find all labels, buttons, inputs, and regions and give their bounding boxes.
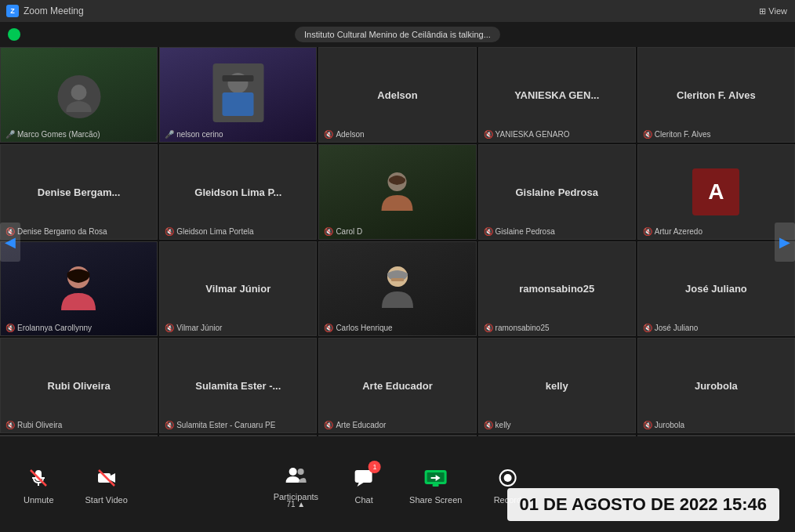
participant-cell-cleriton: Cleriton F. Alves 🔇 Cleriton F. Alves bbox=[637, 47, 795, 143]
share-screen-button[interactable]: Share Screen bbox=[401, 459, 470, 509]
participant-label-kelly: 🔇 kelly bbox=[484, 421, 511, 429]
view-button[interactable]: ⊞ View bbox=[759, 6, 787, 16]
unmute-button[interactable]: Unmute bbox=[16, 459, 62, 509]
participant-cell-jurobola: Jurobola 🔇 Jurobola bbox=[637, 338, 795, 433]
participant-name-gislaine: Gislaine Pedrosa bbox=[512, 183, 601, 201]
participant-cell-gleidson: Gleidson Lima P... 🔇 Gleidson Lima Porte… bbox=[159, 144, 317, 240]
svg-point-16 bbox=[297, 469, 303, 475]
share-screen-icon bbox=[422, 464, 450, 492]
participant-label-yanieska: 🔇 YANIESKA GENARO bbox=[484, 130, 570, 139]
artur-avatar: A bbox=[692, 168, 739, 215]
participant-label-carol: 🔇 Carol D bbox=[324, 227, 362, 236]
participant-name-arte: Arte Educador bbox=[359, 377, 436, 395]
next-page-button[interactable]: ▶ bbox=[775, 223, 795, 262]
svg-point-22 bbox=[503, 474, 511, 482]
participant-label-gleidson: 🔇 Gleidson Lima Portela bbox=[165, 227, 253, 236]
participant-label-cleriton: 🔇 Cleriton F. Alves bbox=[643, 130, 711, 139]
participant-name-gleidson: Gleidson Lima P... bbox=[191, 183, 285, 201]
video-off-icon bbox=[93, 464, 121, 492]
participant-cell-nelson: 🎤 nelson cerino bbox=[159, 47, 317, 143]
participant-name-jose: José Juliano bbox=[682, 280, 750, 298]
participant-cell-sulamita: Sulamita Ester -... 🔇 Sulamita Ester - C… bbox=[159, 338, 317, 433]
top-bar: Instituto Cultural Menino de Ceilândia i… bbox=[0, 22, 795, 47]
chat-badge: 1 bbox=[368, 461, 381, 473]
svg-rect-20 bbox=[433, 484, 439, 487]
participant-cell-yanieska: YANIESKA GEN... 🔇 YANIESKA GENARO bbox=[478, 47, 636, 143]
participant-name-vilmar: Vilmar Júnior bbox=[202, 280, 274, 298]
mic-off-icon bbox=[24, 464, 53, 492]
svg-rect-4 bbox=[223, 75, 254, 81]
video-grid: ◀ 2/3 ▶ 2/3 🎤 Marco Gomes (Marcão) 🎤 nel… bbox=[0, 47, 795, 436]
participant-cell-erolannya: 🔇 Erolannya Carollynny bbox=[0, 241, 158, 337]
start-video-button[interactable]: Start Video bbox=[78, 459, 136, 509]
participant-label-gislaine: 🔇 Gislaine Pedrosa bbox=[484, 227, 555, 236]
zoom-icon: Z bbox=[6, 5, 19, 17]
participant-cell-adelson: Adelson 🔇 Adelson bbox=[318, 47, 476, 143]
participant-name-yanieska: YANIESKA GEN... bbox=[511, 85, 602, 103]
participant-name-adelson: Adelson bbox=[374, 85, 420, 103]
svg-rect-3 bbox=[223, 92, 254, 116]
app-title: Zoom Meeting bbox=[24, 5, 84, 16]
participant-name-denise: Denise Bergam... bbox=[34, 183, 124, 201]
participant-label-erolannya: 🔇 Erolannya Carollynny bbox=[5, 324, 92, 332]
start-video-label: Start Video bbox=[85, 495, 128, 505]
svg-point-15 bbox=[289, 468, 296, 476]
participant-cell-arte: Arte Educador 🔇 Arte Educador bbox=[318, 338, 476, 433]
participant-label-rubi: 🔇 Rubi Oliveira bbox=[5, 421, 62, 429]
participant-cell-vilmar: Vilmar Júnior 🔇 Vilmar Júnior bbox=[159, 241, 317, 337]
prev-page-button[interactable]: ◀ bbox=[0, 223, 20, 262]
unmute-label: Unmute bbox=[24, 495, 54, 505]
participant-label-denise: 🔇 Denise Bergamo da Rosa bbox=[5, 227, 107, 236]
participant-cell-gislaine: Gislaine Pedrosa 🔇 Gislaine Pedrosa bbox=[478, 144, 636, 240]
participant-label-artur: 🔇 Artur Azeredo bbox=[643, 227, 702, 236]
svg-point-0 bbox=[71, 85, 87, 100]
participant-name-jurobola: Jurobola bbox=[692, 377, 741, 395]
participant-cell-carol: 🔇 Carol D bbox=[318, 144, 476, 240]
participant-label-jose: 🔇 José Juliano bbox=[643, 324, 699, 332]
participant-label-adelson: 🔇 Adelson bbox=[324, 130, 364, 139]
participant-cell-denise: Denise Bergam... 🔇 Denise Bergamo da Ros… bbox=[0, 144, 158, 240]
svg-point-1 bbox=[67, 101, 92, 112]
participant-cell-artur: A 🔇 Artur Azeredo bbox=[637, 144, 795, 240]
share-screen-label: Share Screen bbox=[409, 495, 462, 505]
datetime-overlay: 01 DE AGOSTO DE 2022 15:46 bbox=[507, 488, 780, 521]
participants-icon bbox=[281, 461, 310, 489]
participant-cell-marco: 🎤 Marco Gomes (Marcão) bbox=[0, 47, 158, 143]
participant-label-nelson: 🎤 nelson cerino bbox=[165, 130, 223, 139]
participant-cell-rubi: Rubi Oliveira 🔇 Rubi Oliveira bbox=[0, 338, 158, 433]
participant-cell-jose: José Juliano 🔇 José Juliano bbox=[637, 241, 795, 337]
svg-rect-8 bbox=[391, 278, 404, 281]
participant-label-arte: 🔇 Arte Educador bbox=[324, 421, 386, 429]
participant-cell-ramonsabino: ramonsabino25 🔇 ramonsabino25 bbox=[478, 241, 636, 337]
participant-label-vilmar: 🔇 Vilmar Júnior bbox=[165, 324, 222, 332]
participant-label-jurobola: 🔇 Jurobola bbox=[643, 421, 684, 429]
chat-button[interactable]: 1 Chat bbox=[342, 459, 386, 509]
participant-name-ramonsabino: ramonsabino25 bbox=[516, 280, 597, 298]
title-bar: Z Zoom Meeting ⊞ View bbox=[0, 0, 795, 22]
connection-indicator bbox=[8, 28, 20, 41]
participant-label-sulamita: 🔇 Sulamita Ester - Caruaru PE bbox=[165, 421, 275, 429]
participant-cell-carlos: 🔇 Carlos Henrique bbox=[318, 241, 476, 337]
participant-name-kelly: kelly bbox=[543, 377, 572, 395]
participant-cell-kelly: kelly 🔇 kelly bbox=[478, 338, 636, 433]
chat-label: Chat bbox=[354, 495, 372, 505]
participant-name-rubi: Rubi Oliveira bbox=[44, 377, 113, 395]
participant-label-marco: 🎤 Marco Gomes (Marcão) bbox=[5, 130, 100, 139]
talking-indicator: Instituto Cultural Menino de Ceilândia i… bbox=[295, 27, 500, 42]
participant-name-cleriton: Cleriton F. Alves bbox=[673, 85, 759, 103]
participants-button[interactable]: Participants 71 ▲ bbox=[266, 456, 326, 513]
participant-name-sulamita: Sulamita Ester -... bbox=[192, 377, 284, 395]
participant-label-ramonsabino: 🔇 ramonsabino25 bbox=[484, 324, 550, 332]
datetime-text: 01 DE AGOSTO DE 2022 15:46 bbox=[520, 494, 768, 514]
toolbar: Unmute Start Video bbox=[0, 436, 795, 532]
participant-label-carlos: 🔇 Carlos Henrique bbox=[324, 324, 392, 332]
